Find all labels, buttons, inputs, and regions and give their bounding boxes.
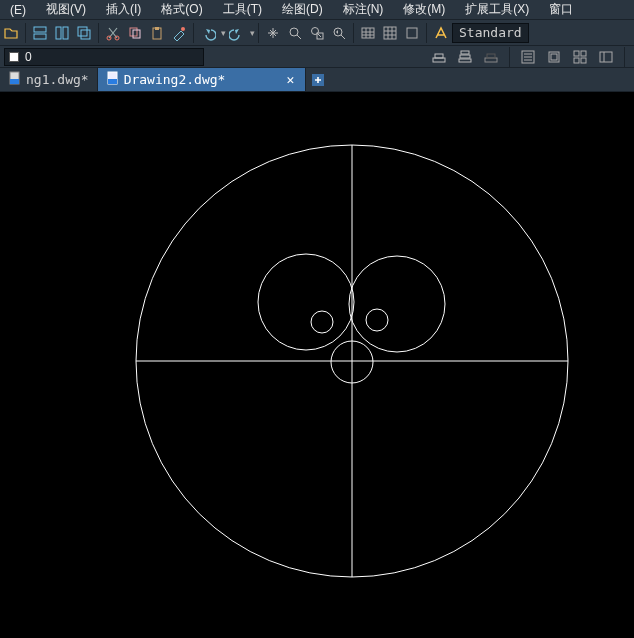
- svg-point-43: [258, 254, 354, 350]
- svg-rect-38: [108, 79, 117, 84]
- separator: [509, 47, 510, 67]
- menu-bar: (E) 视图(V) 插入(I) 格式(O) 工具(T) 绘图(D) 标注(N) …: [0, 0, 634, 20]
- svg-rect-33: [581, 58, 586, 63]
- new-tab-button[interactable]: [306, 68, 330, 91]
- menu-item-edit[interactable]: (E): [0, 1, 36, 19]
- layer-off-button[interactable]: [481, 47, 501, 67]
- svg-rect-36: [10, 79, 19, 84]
- grid-style-button[interactable]: [380, 23, 400, 43]
- svg-rect-19: [407, 28, 417, 38]
- svg-rect-17: [362, 28, 374, 38]
- menu-item-view[interactable]: 视图(V): [36, 0, 96, 20]
- layer-iso-button[interactable]: [429, 47, 449, 67]
- separator: [624, 47, 625, 67]
- svg-rect-26: [487, 54, 495, 58]
- undo-button[interactable]: [198, 23, 218, 43]
- separator: [258, 23, 259, 43]
- svg-rect-23: [460, 55, 470, 58]
- svg-rect-0: [34, 27, 46, 32]
- redo-dropdown-icon[interactable]: ▾: [250, 28, 255, 38]
- main-toolbar: ▾ ▾ Standard: [0, 20, 634, 46]
- tab-drawing-1[interactable]: ng1.dwg*: [0, 68, 98, 91]
- svg-point-45: [311, 311, 333, 333]
- svg-rect-1: [34, 34, 46, 39]
- svg-rect-21: [435, 54, 443, 58]
- dwg-file-icon: [106, 71, 120, 88]
- menu-item-draw[interactable]: 绘图(D): [272, 0, 333, 20]
- drawing-canvas[interactable]: [0, 92, 634, 638]
- match-properties-button[interactable]: [169, 23, 189, 43]
- window-cascade-button[interactable]: [74, 23, 94, 43]
- svg-rect-29: [551, 54, 557, 60]
- svg-point-12: [181, 27, 185, 31]
- window-tile-v-button[interactable]: [52, 23, 72, 43]
- svg-rect-30: [574, 51, 579, 56]
- paste-button[interactable]: [147, 23, 167, 43]
- properties-button[interactable]: [518, 47, 538, 67]
- svg-rect-22: [459, 59, 471, 62]
- cut-button[interactable]: [103, 23, 123, 43]
- menu-item-modify[interactable]: 修改(M): [393, 0, 455, 20]
- window-tile-h-button[interactable]: [30, 23, 50, 43]
- zoom-previous-button[interactable]: [329, 23, 349, 43]
- copy-button[interactable]: [125, 23, 145, 43]
- redo-button[interactable]: [227, 23, 247, 43]
- svg-rect-34: [600, 52, 612, 62]
- svg-point-46: [366, 309, 388, 331]
- svg-rect-32: [574, 58, 579, 63]
- svg-rect-25: [485, 58, 497, 62]
- document-tab-bar: ng1.dwg* Drawing2.dwg* ✕: [0, 68, 634, 92]
- svg-rect-31: [581, 51, 586, 56]
- svg-point-13: [290, 28, 298, 36]
- dwg-file-icon: [8, 71, 22, 88]
- tab-label: ng1.dwg*: [26, 72, 89, 87]
- separator: [25, 23, 26, 43]
- svg-rect-18: [384, 27, 396, 39]
- menu-item-format[interactable]: 格式(O): [151, 0, 212, 20]
- drawing-content: [0, 92, 634, 638]
- menu-item-tools[interactable]: 工具(T): [213, 0, 272, 20]
- design-center-button[interactable]: [596, 47, 616, 67]
- svg-rect-2: [56, 27, 61, 39]
- block-button[interactable]: [402, 23, 422, 43]
- svg-rect-20: [433, 58, 445, 62]
- open-button[interactable]: [1, 23, 21, 43]
- zoom-window-button[interactable]: [307, 23, 327, 43]
- menu-item-dimension[interactable]: 标注(N): [333, 0, 394, 20]
- svg-rect-3: [63, 27, 68, 39]
- tab-label: Drawing2.dwg*: [124, 72, 226, 87]
- separator: [353, 23, 354, 43]
- layer-bar: 0: [0, 46, 634, 68]
- menu-item-insert[interactable]: 插入(I): [96, 0, 151, 20]
- separator: [193, 23, 194, 43]
- separator: [426, 23, 427, 43]
- layer-current-name: 0: [25, 50, 32, 64]
- separator: [98, 23, 99, 43]
- layer-stack-button[interactable]: [455, 47, 475, 67]
- svg-rect-4: [78, 27, 87, 36]
- text-style-select[interactable]: Standard: [452, 23, 529, 43]
- undo-dropdown-icon[interactable]: ▾: [221, 28, 226, 38]
- table-button[interactable]: [358, 23, 378, 43]
- tab-close-button[interactable]: ✕: [283, 73, 297, 87]
- pan-button[interactable]: [263, 23, 283, 43]
- zoom-realtime-button[interactable]: [285, 23, 305, 43]
- menu-item-window[interactable]: 窗口: [539, 0, 583, 20]
- text-style-marker-icon: [431, 23, 451, 43]
- svg-rect-24: [461, 51, 469, 54]
- svg-rect-11: [155, 27, 159, 30]
- text-style-current: Standard: [459, 25, 522, 40]
- select-similar-button[interactable]: [570, 47, 590, 67]
- tab-drawing-2[interactable]: Drawing2.dwg* ✕: [98, 68, 307, 91]
- layer-color-swatch: [9, 52, 19, 62]
- block-editor-button[interactable]: [544, 47, 564, 67]
- svg-rect-5: [81, 30, 90, 39]
- menu-item-express[interactable]: 扩展工具(X): [455, 0, 539, 20]
- svg-point-44: [349, 256, 445, 352]
- layer-select[interactable]: 0: [4, 48, 204, 66]
